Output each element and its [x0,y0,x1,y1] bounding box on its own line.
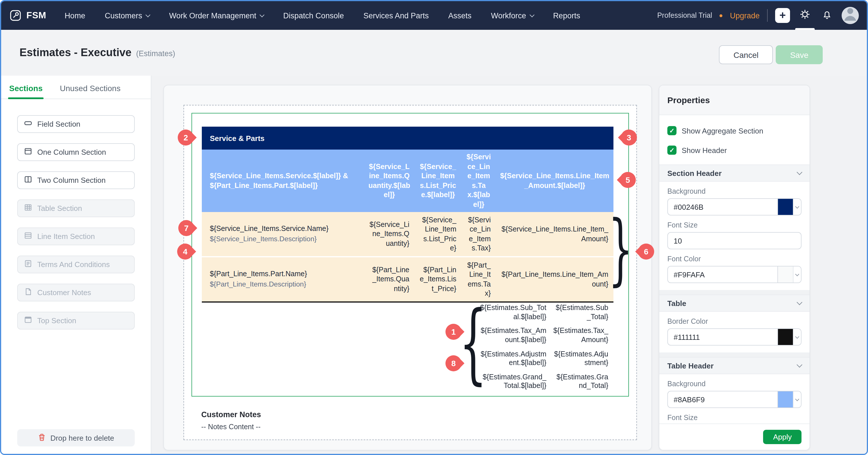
table-border-color-swatch[interactable] [777,328,802,346]
swatch-dropdown[interactable] [793,266,801,283]
part-price-cell: ${Part_Line_Items.List_Price} [414,257,462,301]
nav-menu: Home Customers Work Order Management Dis… [64,11,580,20]
table-header-row: ${Service_Line_Items.Service.$[label]} &… [202,150,614,212]
tab-sections[interactable]: Sections [9,84,43,99]
table-row: ${Part_Line_Items.Part.Name} ${Part_Line… [202,257,614,301]
font-size-label: Font Size [667,414,802,422]
col-header-quantity: ${Service_Line_Items.Quantity.$[label]} [364,150,414,212]
service-name: ${Service_Line_Items.Service.Name} [210,224,357,234]
table-header-background-swatch[interactable] [777,391,802,408]
section-item-label: Line Item Section [37,232,95,241]
subtotal-label: ${Estimates.Sub_Total.$[label]} [479,304,546,322]
apply-button[interactable]: Apply [763,430,802,444]
selected-table-section[interactable]: Service & Parts ${Service_Line_Items.Ser… [191,113,629,396]
nav-item-services-and-parts[interactable]: Services And Parts [364,11,429,20]
section-header-background-field [667,198,802,216]
nav-item-reports[interactable]: Reports [553,11,580,20]
line-item-section-icon [24,231,32,241]
section-header-font-color-input[interactable] [667,266,777,283]
section-item-field-section[interactable]: Field Section [17,115,135,133]
nav-item-assets[interactable]: Assets [448,11,471,20]
swatch-dropdown[interactable] [793,199,801,215]
sections-sidebar: Sections Unused Sections Field Section O… [1,76,151,454]
swatch-dropdown[interactable] [793,329,801,345]
tab-unused-sections[interactable]: Unused Sections [60,84,121,99]
guide-marker-6: 6 [638,243,654,260]
nav-item-work-order-management[interactable]: Work Order Management [169,11,264,20]
notes-icon [24,288,32,297]
nav-item-customers[interactable]: Customers [105,11,150,20]
table-header-background-input[interactable] [667,391,777,408]
line-items-table: ${Service_Line_Items.Service.$[label]} &… [202,150,614,301]
user-avatar[interactable] [842,7,859,24]
section-item-label: Terms And Conditions [37,260,110,269]
nav-item-dispatch-console[interactable]: Dispatch Console [283,11,344,20]
section-header-background-input[interactable] [667,198,777,216]
aggregate-row: ${Estimates.Adjustment.$[label]} ${Estim… [465,350,608,368]
font-color-label: Font Color [667,255,802,263]
aggregate-section: ${Estimates.Sub_Total.$[label]} ${Estima… [465,304,608,391]
section-item-label: Field Section [37,120,80,128]
col-header-service-part: ${Service_Line_Items.Service.$[label]} &… [202,150,364,212]
group-table-header[interactable]: Table Header [659,357,809,374]
table-section-header: Service & Parts [202,127,614,150]
checkbox-label: Show Header [682,146,727,155]
chevron-down-icon [795,397,799,401]
part-qty-cell: ${Part_Line_Items.Quantity} [364,257,414,301]
section-header-font-color-swatch[interactable] [777,266,802,283]
checkbox-checked-icon[interactable]: ✓ [667,145,677,155]
group-section-header[interactable]: Section Header [659,164,809,182]
table-border-color-input[interactable] [667,328,777,346]
service-qty-cell: ${Service_Line_Items.Quantity} [364,212,414,257]
part-name: ${Part_Line_Items.Part.Name} [210,270,357,279]
browser-viewport: FSM Home Customers Work Order Management… [0,0,868,455]
drop-delete-zone[interactable]: Drop here to delete [17,429,135,446]
quick-add-button[interactable]: + [775,8,790,23]
two-column-section-icon [24,175,32,185]
adjustment-label: ${Estimates.Adjustment.$[label]} [479,350,546,368]
show-aggregate-checkbox-row[interactable]: ✓ Show Aggregate Section [667,123,802,138]
line-items-table-wrap: ${Service_Line_Items.Service.$[label]} &… [202,150,614,302]
nav-item-workforce[interactable]: Workforce [491,11,534,20]
page-header: Estimates - Executive(Estimates) Cancel … [1,30,867,76]
group-title: Table Header [667,361,713,370]
settings-button[interactable] [798,1,812,30]
chevron-down-icon [529,12,534,17]
part-name-cell: ${Part_Line_Items.Part.Name} ${Part_Line… [202,257,364,301]
app-window: FSM Home Customers Work Order Management… [0,0,868,455]
top-navbar: FSM Home Customers Work Order Management… [1,1,867,30]
one-column-section-icon [24,147,32,157]
apply-bar: Apply [659,423,809,450]
section-header-background-swatch[interactable] [777,198,802,216]
gear-icon [799,9,811,22]
group-table[interactable]: Table [659,295,809,312]
nav-label: Assets [448,11,471,20]
properties-title: Properties [659,86,809,115]
notifications-button[interactable] [820,1,834,30]
section-item-one-column-section[interactable]: One Column Section [17,143,135,161]
plan-dot [719,14,722,17]
show-header-checkbox-row[interactable]: ✓ Show Header [667,143,802,158]
nav-label: Services And Parts [364,11,429,20]
cancel-button[interactable]: Cancel [719,45,773,64]
save-button[interactable]: Save [776,45,823,64]
chevron-down-icon [795,204,799,208]
properties-checkboxes: ✓ Show Aggregate Section ✓ Show Header [659,115,809,158]
customer-notes-section[interactable]: Customer Notes -- Notes Content -- [201,410,261,431]
page-title: Estimates - Executive(Estimates) [20,46,175,59]
terms-icon [24,260,32,269]
service-tax-cell: ${Service_Line_Items.Tax} [462,212,496,257]
nav-item-home[interactable]: Home [64,11,85,20]
fsm-brand[interactable]: FSM [9,9,46,22]
swatch-dropdown[interactable] [793,391,801,408]
chevron-down-icon [145,12,150,17]
nav-label: Work Order Management [169,11,256,20]
section-item-two-column-section[interactable]: Two Column Section [17,171,135,189]
upgrade-link[interactable]: Upgrade [730,11,760,20]
checkbox-checked-icon[interactable]: ✓ [667,126,677,135]
aggregate-row: ${Estimates.Tax_Amount.$[label]} ${Estim… [465,327,608,345]
section-header-font-size-input[interactable] [667,232,802,249]
section-item-top-section: Top Section [17,312,135,329]
bell-icon [822,9,833,22]
chevron-down-icon [795,272,799,276]
